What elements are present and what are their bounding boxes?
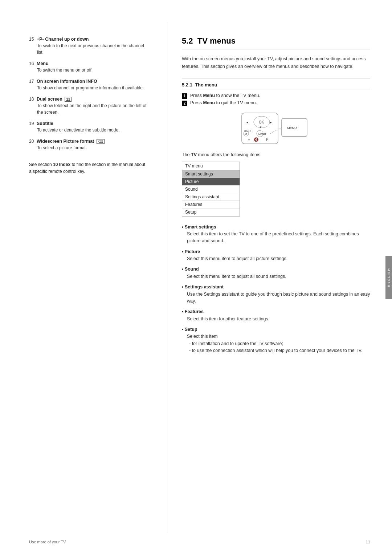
item-18: 18 Dual screen 12 To show teletext on th… bbox=[29, 96, 149, 116]
section-title: 5.2 TV menus bbox=[182, 36, 370, 49]
item-20-number: 20 bbox=[29, 139, 34, 144]
items-list: 15 +P- Channel up or down To switch to t… bbox=[29, 36, 149, 151]
menu-item-setup[interactable]: Setup bbox=[182, 208, 240, 216]
remote-svg: OK ◂ ▸ ▾ BACK ↺ MENU + 🔇 P bbox=[240, 111, 313, 146]
right-column: English 5.2 TV menus With the on screen … bbox=[167, 22, 392, 533]
svg-text:+: + bbox=[248, 138, 250, 142]
item-15: 15 +P- Channel up or down To switch to t… bbox=[29, 36, 149, 56]
section-intro: With the on screen menus you install you… bbox=[182, 55, 370, 71]
bullet-features-title: Features bbox=[185, 309, 204, 314]
svg-text:↺: ↺ bbox=[245, 133, 248, 136]
item-19: 19 Subtitle To activate or deactivate th… bbox=[29, 121, 149, 133]
subsection-heading: The menu bbox=[195, 82, 217, 88]
svg-text:P: P bbox=[266, 138, 269, 142]
menu-item-smart-settings[interactable]: Smart settings bbox=[182, 170, 240, 178]
item-20-title: Widescreen Picture format bbox=[37, 139, 95, 144]
bullet-picture-desc: Select this menu item to adjust all pict… bbox=[187, 255, 370, 262]
bullet-smart-settings-desc: Select this item to set the TV to one of… bbox=[187, 231, 370, 245]
bullet-smart-settings-title: Smart settings bbox=[185, 224, 216, 230]
svg-text:◂: ◂ bbox=[246, 121, 248, 124]
see-section: See section 10 Index to find the section… bbox=[29, 161, 149, 175]
bullet-smart-settings: Smart settings Select this item to set t… bbox=[182, 224, 370, 245]
bullet-settings-assistant-desc: Use the Settings assistant to guide you … bbox=[187, 291, 370, 305]
item-15-number: 15 bbox=[29, 37, 34, 42]
svg-text:🔇: 🔇 bbox=[254, 137, 259, 142]
subsection-title: 5.2.1 The menu bbox=[182, 82, 370, 89]
item-19-header: 19 Subtitle bbox=[29, 121, 149, 126]
steps-list: 1 Press Menu to show the TV menu. 2 Pres… bbox=[182, 93, 370, 106]
page-footer: Use more of your TV 11 bbox=[29, 540, 370, 544]
item-19-title: Subtitle bbox=[37, 121, 53, 126]
step-2: 2 Press Menu to quit the TV menu. bbox=[182, 100, 370, 106]
menu-item-features[interactable]: Features bbox=[182, 201, 240, 208]
step-2-text: Press Menu to quit the TV menu. bbox=[190, 100, 257, 105]
bullet-setup-desc: Select this item bbox=[187, 333, 370, 340]
footer-left: Use more of your TV bbox=[29, 540, 66, 544]
item-17-header: 17 On screen information INFO bbox=[29, 78, 149, 84]
bullet-setup-dash1: - for installation and to update the TV … bbox=[189, 340, 370, 347]
item-16-desc: To switch the menu on or off bbox=[37, 67, 149, 73]
item-16-title: Menu bbox=[37, 61, 49, 66]
item-15-header: 15 +P- Channel up or down bbox=[29, 36, 149, 42]
item-17-title: On screen information INFO bbox=[37, 79, 97, 84]
item-16: 16 Menu To switch the menu on or off bbox=[29, 61, 149, 73]
bullet-settings-assistant-title: Settings assistant bbox=[185, 284, 224, 289]
svg-line-16 bbox=[270, 127, 282, 134]
tv-menu-table: TV menu Smart settings Picture Sound Set… bbox=[182, 162, 240, 216]
subsection-divider bbox=[182, 78, 370, 78]
item-17-desc: To show channel or programme information… bbox=[37, 85, 149, 91]
subsection-number: 5.2.1 bbox=[182, 82, 192, 88]
item-18-desc: To show teletext on the right and the pi… bbox=[37, 102, 149, 116]
bullet-sound-desc: Select this menu item to adjust all soun… bbox=[187, 273, 370, 280]
menu-item-picture[interactable]: Picture bbox=[182, 178, 240, 186]
item-19-number: 19 bbox=[29, 121, 34, 126]
step-1: 1 Press Menu to show the TV menu. bbox=[182, 93, 370, 99]
item-16-header: 16 Menu bbox=[29, 61, 149, 66]
item-18-header: 18 Dual screen 12 bbox=[29, 96, 149, 102]
svg-text:OK: OK bbox=[259, 120, 264, 124]
item-15-desc: To switch to the next or previous channe… bbox=[37, 42, 149, 56]
item-15-title: +P- Channel up or down bbox=[37, 37, 89, 42]
step-2-num: 2 bbox=[182, 101, 187, 106]
menu-item-sound[interactable]: Sound bbox=[182, 186, 240, 193]
item-20-desc: To select a picture format. bbox=[37, 145, 149, 151]
item-17-number: 17 bbox=[29, 79, 34, 84]
bullet-setup-dash2: - to use the connection assistant which … bbox=[189, 347, 370, 354]
menu-item-settings-assistant[interactable]: Settings assistant bbox=[182, 193, 240, 201]
section-number: 5.2 bbox=[182, 36, 193, 45]
bullet-setup: Setup Select this item - for installatio… bbox=[182, 326, 370, 355]
bullet-picture: Picture Select this menu item to adjust … bbox=[182, 248, 370, 263]
tv-menu-header: TV menu bbox=[182, 162, 240, 170]
side-tab-label: English bbox=[387, 268, 391, 287]
item-18-number: 18 bbox=[29, 97, 34, 102]
step-1-text: Press Menu to show the TV menu. bbox=[190, 93, 260, 98]
item-19-desc: To activate or deactivate the subtitle m… bbox=[37, 127, 149, 133]
bullet-features-desc: Select this item for other feature setti… bbox=[187, 316, 370, 323]
side-tab: English bbox=[385, 256, 392, 299]
bullet-sound: Sound Select this menu item to adjust al… bbox=[182, 266, 370, 280]
bullet-settings-assistant: Settings assistant Use the Settings assi… bbox=[182, 284, 370, 305]
bullet-features: Features Select this item for other feat… bbox=[182, 308, 370, 323]
item-20: 20 Widescreen Picture format ⌫ To select… bbox=[29, 138, 149, 151]
footer-right: 11 bbox=[366, 540, 370, 544]
remote-illustration: OK ◂ ▸ ▾ BACK ↺ MENU + 🔇 P bbox=[182, 111, 370, 146]
widescreen-icon: ⌫ bbox=[97, 139, 105, 144]
bullet-setup-title: Setup bbox=[185, 327, 197, 332]
section-heading: TV menus bbox=[197, 36, 236, 45]
svg-text:▸: ▸ bbox=[270, 121, 272, 124]
svg-text:MENU: MENU bbox=[258, 133, 266, 135]
dual-screen-icon: 12 bbox=[65, 97, 72, 102]
bullet-picture-title: Picture bbox=[185, 249, 200, 254]
tv-menu-offers-text: The TV menu offers the following items: bbox=[182, 152, 370, 157]
item-20-header: 20 Widescreen Picture format ⌫ bbox=[29, 138, 149, 144]
item-16-number: 16 bbox=[29, 61, 34, 66]
bullet-sound-title: Sound bbox=[185, 267, 199, 272]
item-18-title: Dual screen bbox=[37, 97, 64, 102]
svg-text:MENU: MENU bbox=[287, 126, 297, 130]
item-17: 17 On screen information INFO To show ch… bbox=[29, 78, 149, 91]
step-1-num: 1 bbox=[182, 93, 187, 99]
svg-text:▾: ▾ bbox=[260, 125, 262, 129]
bullet-list: Smart settings Select this item to set t… bbox=[182, 224, 370, 355]
left-column: 15 +P- Channel up or down To switch to t… bbox=[0, 22, 167, 533]
